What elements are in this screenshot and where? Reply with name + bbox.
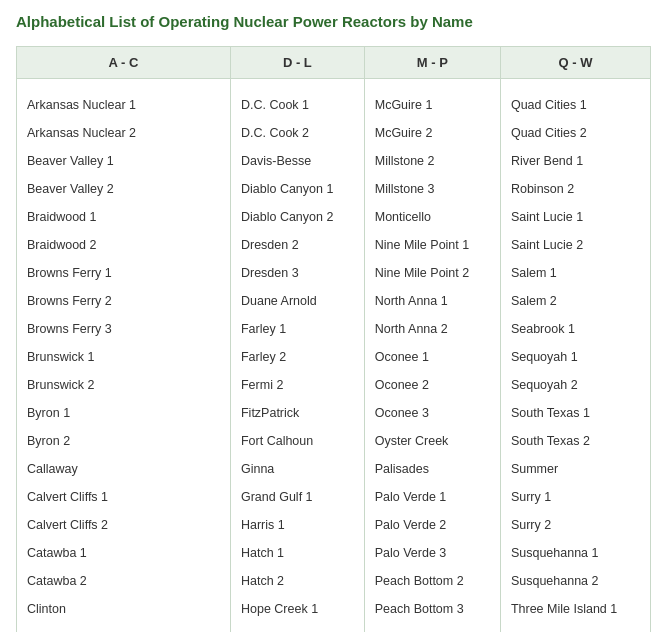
col-header-qw: Q - W <box>500 47 650 79</box>
cell-qw: South Texas 2 <box>500 427 650 455</box>
cell-qw: Turkey Point 3 <box>500 623 650 633</box>
cell-ac: Arkansas Nuclear 1 <box>17 91 230 119</box>
cell-mp: Peach Bottom 3 <box>364 595 500 623</box>
table-row: Brunswick 1Farley 2Oconee 1Sequoyah 1 <box>17 343 650 371</box>
cell-ac: Byron 1 <box>17 399 230 427</box>
cell-qw: South Texas 1 <box>500 399 650 427</box>
cell-mp: Oyster Creek <box>364 427 500 455</box>
cell-dl: Hatch 2 <box>230 567 364 595</box>
cell-ac: Browns Ferry 2 <box>17 287 230 315</box>
cell-ac: Columbia Generating Station <box>17 623 230 633</box>
cell-dl: Hatch 1 <box>230 539 364 567</box>
cell-mp: Palo Verde 2 <box>364 511 500 539</box>
col-header-mp: M - P <box>364 47 500 79</box>
cell-dl: Diablo Canyon 2 <box>230 203 364 231</box>
cell-ac: Braidwood 2 <box>17 231 230 259</box>
cell-dl: Duane Arnold <box>230 287 364 315</box>
cell-ac: Beaver Valley 2 <box>17 175 230 203</box>
table-row: Calvert Cliffs 1Grand Gulf 1Palo Verde 1… <box>17 483 650 511</box>
cell-mp: North Anna 1 <box>364 287 500 315</box>
cell-mp: Palisades <box>364 455 500 483</box>
cell-ac: Browns Ferry 3 <box>17 315 230 343</box>
table-row: Browns Ferry 2Duane ArnoldNorth Anna 1Sa… <box>17 287 650 315</box>
table-row: CallawayGinnaPalisadesSummer <box>17 455 650 483</box>
table-row: Arkansas Nuclear 1D.C. Cook 1McGuire 1Qu… <box>17 91 650 119</box>
cell-dl: Dresden 3 <box>230 259 364 287</box>
table-row: Byron 2Fort CalhounOyster CreekSouth Tex… <box>17 427 650 455</box>
cell-qw: Sequoyah 1 <box>500 343 650 371</box>
cell-ac: Arkansas Nuclear 2 <box>17 119 230 147</box>
table-row: Braidwood 1Diablo Canyon 2MonticelloSain… <box>17 203 650 231</box>
cell-mp: Millstone 3 <box>364 175 500 203</box>
cell-mp: Monticello <box>364 203 500 231</box>
cell-dl: Harris 1 <box>230 511 364 539</box>
table-row: Calvert Cliffs 2Harris 1Palo Verde 2Surr… <box>17 511 650 539</box>
table-row: Arkansas Nuclear 2D.C. Cook 2McGuire 2Qu… <box>17 119 650 147</box>
table-row: Columbia Generating StationIndian Point … <box>17 623 650 633</box>
cell-dl: D.C. Cook 2 <box>230 119 364 147</box>
cell-qw: Robinson 2 <box>500 175 650 203</box>
cell-mp: Millstone 2 <box>364 147 500 175</box>
cell-dl: Davis-Besse <box>230 147 364 175</box>
cell-mp: North Anna 2 <box>364 315 500 343</box>
cell-mp: McGuire 2 <box>364 119 500 147</box>
cell-ac: Braidwood 1 <box>17 203 230 231</box>
table-header-row: A - C D - L M - P Q - W <box>17 47 650 79</box>
cell-ac: Clinton <box>17 595 230 623</box>
cell-qw: Susquehanna 2 <box>500 567 650 595</box>
cell-qw: Salem 1 <box>500 259 650 287</box>
cell-dl: Hope Creek 1 <box>230 595 364 623</box>
table-row: Brunswick 2Fermi 2Oconee 2Sequoyah 2 <box>17 371 650 399</box>
cell-qw: Susquehanna 1 <box>500 539 650 567</box>
table-row: Catawba 2Hatch 2Peach Bottom 2Susquehann… <box>17 567 650 595</box>
cell-ac: Beaver Valley 1 <box>17 147 230 175</box>
cell-dl: Indian Point 2 <box>230 623 364 633</box>
cell-mp: Oconee 2 <box>364 371 500 399</box>
page-title: Alphabetical List of Operating Nuclear P… <box>16 12 651 32</box>
cell-qw: Quad Cities 2 <box>500 119 650 147</box>
cell-qw: Surry 1 <box>500 483 650 511</box>
cell-ac: Brunswick 1 <box>17 343 230 371</box>
cell-qw: River Bend 1 <box>500 147 650 175</box>
cell-dl: FitzPatrick <box>230 399 364 427</box>
table-row: Beaver Valley 1Davis-BesseMillstone 2Riv… <box>17 147 650 175</box>
cell-ac: Calvert Cliffs 2 <box>17 511 230 539</box>
table-row: ClintonHope Creek 1Peach Bottom 3Three M… <box>17 595 650 623</box>
cell-mp: Palo Verde 3 <box>364 539 500 567</box>
cell-dl: Fermi 2 <box>230 371 364 399</box>
cell-dl: Diablo Canyon 1 <box>230 175 364 203</box>
cell-qw: Salem 2 <box>500 287 650 315</box>
cell-mp: Nine Mile Point 1 <box>364 231 500 259</box>
cell-qw: Summer <box>500 455 650 483</box>
cell-dl: Fort Calhoun <box>230 427 364 455</box>
cell-ac: Catawba 1 <box>17 539 230 567</box>
cell-qw: Seabrook 1 <box>500 315 650 343</box>
cell-ac: Callaway <box>17 455 230 483</box>
cell-ac: Browns Ferry 1 <box>17 259 230 287</box>
cell-dl: Dresden 2 <box>230 231 364 259</box>
cell-dl: Farley 1 <box>230 315 364 343</box>
cell-ac: Byron 2 <box>17 427 230 455</box>
cell-dl: Ginna <box>230 455 364 483</box>
reactor-table-container: A - C D - L M - P Q - W Arkansas Nuclear… <box>16 46 651 633</box>
table-row: Browns Ferry 3Farley 1North Anna 2Seabro… <box>17 315 650 343</box>
table-row: Browns Ferry 1Dresden 3Nine Mile Point 2… <box>17 259 650 287</box>
cell-dl: Farley 2 <box>230 343 364 371</box>
cell-mp: Perry 1 <box>364 623 500 633</box>
cell-mp: McGuire 1 <box>364 91 500 119</box>
cell-mp: Oconee 3 <box>364 399 500 427</box>
cell-qw: Sequoyah 2 <box>500 371 650 399</box>
table-row: Braidwood 2Dresden 2Nine Mile Point 1Sai… <box>17 231 650 259</box>
cell-ac: Calvert Cliffs 1 <box>17 483 230 511</box>
cell-mp: Nine Mile Point 2 <box>364 259 500 287</box>
cell-mp: Peach Bottom 2 <box>364 567 500 595</box>
cell-qw: Saint Lucie 2 <box>500 231 650 259</box>
cell-qw: Saint Lucie 1 <box>500 203 650 231</box>
table-row: Beaver Valley 2Diablo Canyon 1Millstone … <box>17 175 650 203</box>
table-row: Catawba 1Hatch 1Palo Verde 3Susquehanna … <box>17 539 650 567</box>
table-row: Byron 1FitzPatrickOconee 3South Texas 1 <box>17 399 650 427</box>
cell-qw: Three Mile Island 1 <box>500 595 650 623</box>
reactor-table: A - C D - L M - P Q - W Arkansas Nuclear… <box>17 47 650 633</box>
page-wrapper: Alphabetical List of Operating Nuclear P… <box>0 0 667 632</box>
cell-dl: Grand Gulf 1 <box>230 483 364 511</box>
